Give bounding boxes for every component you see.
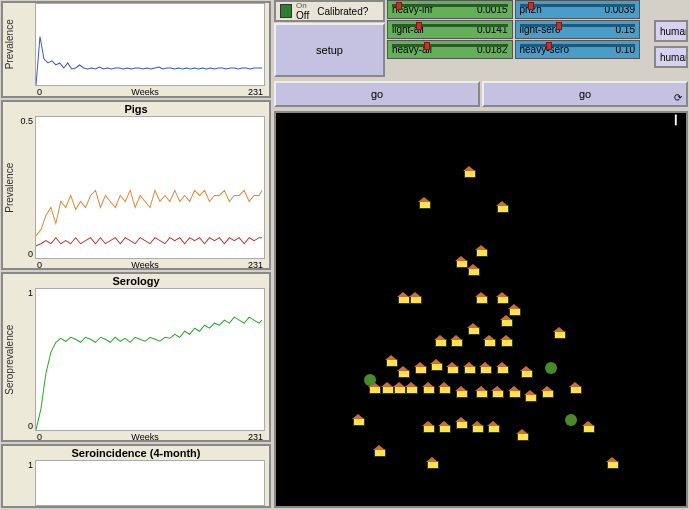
house-agent [397,366,409,378]
monitor-human-ma: human-ma [654,46,688,68]
house-agent [438,382,450,394]
house-agent [455,386,467,398]
house-agent [405,382,417,394]
plot-serology-chart[interactable] [35,288,265,431]
house-agent [569,382,581,394]
plot-pigs-yaxis: 0.5 0 [17,116,35,259]
house-agent [450,335,462,347]
house-agent [381,382,393,394]
plot-seroincidence-title: Seroincidence (4-month) [3,446,269,460]
house-agent [500,315,512,327]
house-agent [475,386,487,398]
controls-row: On Off Calibrated? setup heavy-inf0.0015… [272,0,690,79]
go-buttons-row: go go ⟳ [272,79,690,109]
house-agent [409,292,421,304]
house-agent [496,292,508,304]
house-agent [463,362,475,374]
slider-light-sero[interactable]: light-sero0.15 [515,20,641,39]
setup-button[interactable]: setup [274,23,385,77]
plot-serology-title: Serology [3,274,269,288]
world-view[interactable]: ▎ [274,111,688,508]
switch-handle-icon [280,4,292,18]
house-agent [426,457,438,469]
go-button[interactable]: go [274,81,480,107]
house-agent [524,390,536,402]
tree-agent [545,362,557,374]
house-agent [463,166,475,178]
house-agent [606,457,618,469]
house-agent [467,264,479,276]
plot-humans-xaxis: 0 Weeks 231 [35,86,265,99]
plot-humans-ylabel: Prevalence [3,3,17,86]
house-agent [487,421,499,433]
house-agent [422,421,434,433]
plot-serology-yaxis: 1 0 [17,288,35,431]
house-agent [455,417,467,429]
house-agent [414,362,426,374]
plot-seroincidence-chart[interactable] [35,460,265,506]
switch-state: Off [296,11,309,21]
plot-pigs: Pigs Prevalence 0.5 0 0 Weeks 231 [1,100,271,270]
slider-heavy-all[interactable]: heavy-all0.0182 [387,40,513,59]
plot-pigs-chart[interactable] [35,116,265,259]
plot-seroincidence: Seroincidence (4-month) 1 [1,444,271,508]
plot-seroincidence-yaxis: 1 [17,460,35,506]
house-agent [434,335,446,347]
house-agent [475,245,487,257]
house-agent [541,386,553,398]
slider-ph2h[interactable]: ph2h0.0039 [515,0,641,19]
plot-humans: Prevalence 0 Weeks 231 [1,1,271,98]
plot-serology-xaxis: 0 Weeks 231 [35,431,265,444]
slider-light-all[interactable]: light-all0.0141 [387,20,513,39]
plot-serology: Serology Seroprevalence 1 0 0 Weeks 231 [1,272,271,442]
house-agent [508,304,520,316]
monitor-human-rin: human-rin [654,20,688,42]
house-agent [373,445,385,457]
calibrated-switch[interactable]: On Off Calibrated? [274,0,385,22]
house-agent [582,421,594,433]
tree-agent [364,374,376,386]
house-agent [496,362,508,374]
house-agent [496,201,508,213]
left-plots-column: Prevalence 0 Weeks 231 Pigs Prevalence [0,0,272,510]
go-forever-button[interactable]: go ⟳ [482,81,688,107]
house-agent [397,292,409,304]
plot-humans-chart[interactable] [35,3,265,86]
plot-serology-ylabel: Seroprevalence [3,288,17,431]
plot-pigs-title: Pigs [3,102,269,116]
slider-heavy-sero[interactable]: heavy-sero0.10 [515,40,641,59]
house-agent [430,359,442,371]
house-agent [352,414,364,426]
plot-humans-yaxis [17,3,35,86]
house-agent [483,335,495,347]
house-agent [491,386,503,398]
house-agent [455,256,467,268]
house-agent [385,355,397,367]
plot-pigs-ylabel: Prevalence [3,116,17,259]
house-agent [418,197,430,209]
house-agent [471,421,483,433]
house-agent [520,366,532,378]
house-agent [500,335,512,347]
house-agent [475,292,487,304]
slider-heavy-inf[interactable]: heavy-inf0.0015 [387,0,513,19]
repeat-icon: ⟳ [674,92,682,103]
house-agent [553,327,565,339]
house-agent [438,421,450,433]
house-agent [446,362,458,374]
house-agent [467,323,479,335]
house-agent [422,382,434,394]
tree-agent [565,414,577,426]
world-tick-indicator: ▎ [675,115,682,125]
switch-label: Calibrated? [317,6,368,17]
plot-pigs-xaxis: 0 Weeks 231 [35,259,265,272]
house-agent [508,386,520,398]
house-agent [479,362,491,374]
house-agent [516,429,528,441]
house-agent [393,382,405,394]
plot-seroincidence-ylabel [3,460,17,506]
